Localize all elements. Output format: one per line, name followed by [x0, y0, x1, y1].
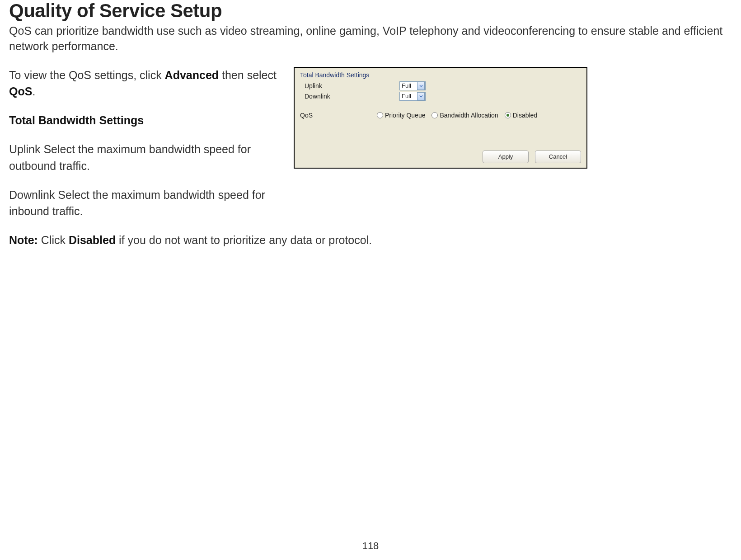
downlink-value: Full [402, 93, 417, 99]
uplink-row: Uplink Full [305, 81, 581, 90]
uplink-label: Uplink [305, 82, 399, 89]
radio-bandwidth-allocation[interactable]: Bandwidth Allocation [431, 112, 498, 119]
downlink-description: Downlink Select the maximum bandwidth sp… [9, 187, 280, 220]
apply-button[interactable]: Apply [483, 151, 529, 163]
instruction-mid: then select [219, 69, 277, 81]
panel-title: Total Bandwidth Settings [300, 71, 581, 79]
note-label: Note: [9, 234, 38, 246]
instruction-suffix: . [32, 85, 35, 98]
qos-row: QoS Priority Queue Bandwidth Allocation [300, 112, 581, 119]
settings-panel: Total Bandwidth Settings Uplink Full Dow… [294, 67, 587, 169]
intro-text: QoS can prioritize bandwidth use such as… [9, 24, 732, 54]
note-line: Note: Click Disabled if you do not want … [9, 232, 732, 248]
qos-label: QoS [300, 112, 377, 119]
radio-icon [377, 112, 383, 118]
page-title: Quality of Service Setup [9, 0, 732, 22]
downlink-select[interactable]: Full [399, 92, 426, 101]
left-column: To view the QoS settings, click Advanced… [9, 67, 280, 232]
cancel-button[interactable]: Cancel [535, 151, 581, 163]
radio-label: Disabled [513, 112, 537, 119]
note-bold: Disabled [69, 234, 116, 246]
downlink-row: Downlink Full [305, 92, 581, 101]
chevron-down-icon [417, 92, 425, 100]
instruction-advanced: Advanced [165, 69, 219, 81]
chevron-down-icon [417, 82, 425, 90]
note-prefix: Click [38, 234, 69, 246]
radio-priority-queue[interactable]: Priority Queue [377, 112, 425, 119]
note-suffix: if you do not want to prioritize any dat… [116, 234, 372, 246]
section-heading: Total Bandwidth Settings [9, 112, 280, 128]
button-row: Apply Cancel [483, 151, 581, 163]
instruction-prefix: To view the QoS settings, click [9, 69, 165, 81]
instruction-qos: QoS [9, 85, 32, 98]
downlink-label: Downlink [305, 93, 399, 100]
uplink-select[interactable]: Full [399, 81, 426, 90]
radio-disabled[interactable]: Disabled [505, 112, 537, 119]
radio-icon [431, 112, 438, 118]
uplink-description: Uplink Select the maximum bandwidth spee… [9, 141, 280, 174]
radio-label: Priority Queue [385, 112, 425, 119]
qos-radio-group: Priority Queue Bandwidth Allocation Disa… [377, 112, 541, 119]
page-number: 118 [0, 540, 741, 552]
radio-icon [505, 112, 511, 118]
uplink-value: Full [402, 82, 417, 89]
radio-label: Bandwidth Allocation [440, 112, 498, 119]
instruction-line: To view the QoS settings, click Advanced… [9, 67, 280, 100]
